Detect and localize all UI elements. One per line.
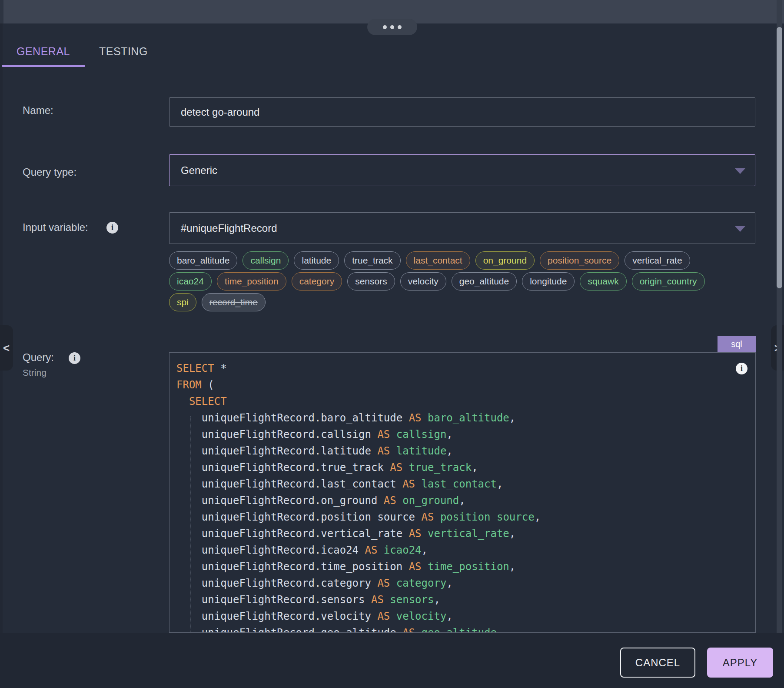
sql-code-editor[interactable]: SELECT *FROM ( SELECT uniqueFlightRecord… [169, 352, 756, 633]
query-label: Query: [23, 351, 54, 364]
info-icon[interactable]: i [736, 363, 747, 374]
indent-guide [190, 416, 191, 633]
code-line: uniqueFlightRecord.vertical_rate AS vert… [176, 525, 755, 542]
input-variable-label: Input variable: [23, 221, 88, 234]
code-line: FROM ( [176, 377, 755, 393]
field-chips-row-2: icao24time_positioncategorysensorsveloci… [169, 272, 705, 291]
field-chip-sensors[interactable]: sensors [347, 272, 395, 291]
code-line: uniqueFlightRecord.icao24 AS icao24, [176, 542, 755, 558]
field-chip-category[interactable]: category [292, 272, 342, 291]
field-chip-true_track[interactable]: true_track [344, 251, 400, 270]
field-chip-last_contact[interactable]: last_contact [406, 251, 470, 270]
field-chip-spi[interactable]: spi [169, 293, 196, 311]
chevron-down-icon [735, 226, 745, 232]
code-line: uniqueFlightRecord.callsign AS callsign, [176, 426, 755, 443]
code-line: SELECT [176, 393, 755, 410]
language-badge: sql [718, 336, 756, 352]
chevron-left-icon: < [3, 341, 10, 355]
code-line: uniqueFlightRecord.on_ground AS on_groun… [176, 492, 755, 509]
ellipsis-icon [398, 25, 402, 29]
field-chip-vertical_rate[interactable]: vertical_rate [625, 251, 690, 270]
footer-bar: CANCEL APPLY [0, 633, 784, 688]
field-chip-geo_altitude[interactable]: geo_altitude [452, 272, 517, 291]
input-variable-select[interactable]: #uniqueFlightRecord [169, 212, 755, 244]
field-chip-on_ground[interactable]: on_ground [475, 251, 535, 270]
field-chip-icao24[interactable]: icao24 [169, 272, 212, 291]
code-line: uniqueFlightRecord.geo_altitude AS geo_a… [176, 625, 755, 633]
drag-handle[interactable] [367, 19, 417, 35]
field-chip-longitude[interactable]: longitude [522, 272, 575, 291]
field-chip-position_source[interactable]: position_source [540, 251, 619, 270]
field-chip-origin_country[interactable]: origin_country [632, 272, 705, 291]
chevron-down-icon [735, 168, 745, 174]
code-line: uniqueFlightRecord.time_position AS time… [176, 558, 755, 575]
name-label: Name: [23, 104, 53, 117]
code-line: uniqueFlightRecord.velocity AS velocity, [176, 608, 755, 625]
query-type-hint: String [23, 367, 47, 378]
field-chip-squawk[interactable]: squawk [580, 272, 626, 291]
apply-button[interactable]: APPLY [707, 648, 773, 678]
code-line: uniqueFlightRecord.position_source AS po… [176, 509, 755, 525]
collapse-left-tab[interactable]: < [0, 325, 13, 371]
field-chip-time_position[interactable]: time_position [217, 272, 286, 291]
code-line: uniqueFlightRecord.sensors AS sensors, [176, 591, 755, 608]
code-line: uniqueFlightRecord.last_contact AS last_… [176, 476, 755, 492]
input-variable-value: #uniqueFlightRecord [181, 222, 277, 234]
active-tab-underline [2, 65, 85, 67]
scrollbar-track[interactable] [777, 0, 782, 633]
field-chip-velocity[interactable]: velocity [400, 272, 446, 291]
query-type-value: Generic [181, 164, 217, 177]
query-type-label: Query type: [23, 166, 76, 178]
window-edge [0, 0, 3, 23]
code-line: uniqueFlightRecord.category AS category, [176, 575, 755, 591]
code-line: uniqueFlightRecord.latitude AS latitude, [176, 443, 755, 459]
tab-general[interactable]: GENERAL [17, 45, 70, 58]
field-chip-callsign[interactable]: callsign [243, 251, 289, 270]
code-line: SELECT * [176, 360, 755, 377]
field-chip-record_time[interactable]: record_time [202, 293, 266, 311]
query-type-select[interactable]: Generic [169, 154, 755, 186]
sql-code: SELECT *FROM ( SELECT uniqueFlightRecord… [169, 353, 755, 633]
ellipsis-icon [383, 25, 387, 29]
field-chips-row-1: baro_altitudecallsignlatitudetrue_trackl… [169, 251, 690, 270]
info-icon[interactable]: i [106, 222, 118, 234]
query-editor-panel: GENERAL TESTING Name: Query type: Generi… [0, 0, 784, 688]
field-chips-row-3: spirecord_time [169, 293, 266, 311]
name-input[interactable] [169, 97, 755, 127]
ellipsis-icon [390, 25, 394, 29]
field-chip-baro_altitude[interactable]: baro_altitude [169, 251, 237, 270]
tab-testing[interactable]: TESTING [99, 45, 148, 58]
info-icon[interactable]: i [69, 352, 80, 364]
code-line: uniqueFlightRecord.baro_altitude AS baro… [176, 410, 755, 426]
code-line: uniqueFlightRecord.true_track AS true_tr… [176, 459, 755, 476]
field-chip-latitude[interactable]: latitude [294, 251, 339, 270]
scrollbar-thumb[interactable] [777, 27, 782, 288]
cancel-button[interactable]: CANCEL [620, 648, 695, 678]
